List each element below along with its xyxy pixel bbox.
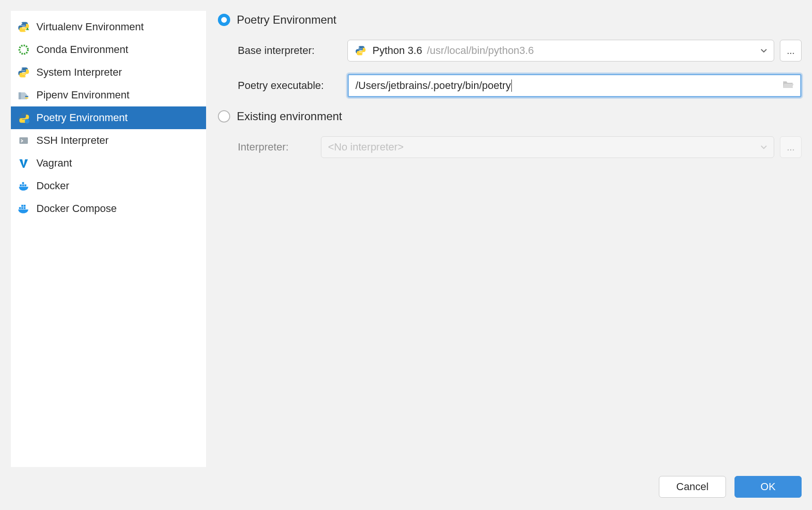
poetry-executable-input[interactable]: /Users/jetbrains/.poetry/bin/poetry — [347, 74, 802, 97]
button-label: Cancel — [676, 481, 708, 493]
interpreter-type-sidebar: Virtualenv Environment Conda Environment… — [10, 10, 207, 467]
svg-rect-7 — [20, 185, 22, 186]
svg-point-5 — [25, 119, 29, 123]
sidebar-item-label: Conda Environment — [36, 44, 128, 56]
radio-poetry-environment-row[interactable]: Poetry Environment — [218, 13, 802, 26]
existing-interpreter-value: <No interpreter> — [328, 141, 404, 153]
dialog-body: Virtualenv Environment Conda Environment… — [0, 0, 812, 467]
radio-existing-environment-row[interactable]: Existing environment — [218, 110, 802, 123]
sidebar-item-label: Docker Compose — [36, 202, 117, 215]
base-interpreter-label: Base interpreter: — [238, 44, 347, 57]
docker-icon — [17, 180, 30, 192]
base-interpreter-browse-button[interactable]: ... — [780, 40, 802, 62]
ok-button[interactable]: OK — [734, 476, 802, 498]
vagrant-icon — [17, 157, 30, 169]
interpreter-name: Python 3.6 — [372, 44, 422, 57]
sidebar-item-label: SSH Interpreter — [36, 134, 109, 147]
sidebar-item-poetry[interactable]: Poetry Environment — [11, 106, 206, 129]
sidebar-item-docker[interactable]: Docker — [11, 175, 206, 197]
dialog-footer: Cancel OK — [0, 467, 812, 510]
section-title-poetry: Poetry Environment — [237, 13, 337, 26]
sidebar-item-label: Vagrant — [36, 157, 72, 169]
svg-point-17 — [362, 53, 363, 54]
existing-interpreter-row: Interpreter: <No interpreter> ... — [238, 136, 802, 158]
button-label: OK — [760, 481, 776, 493]
existing-interpreter-dropdown: <No interpreter> — [321, 136, 774, 158]
svg-point-0 — [21, 23, 22, 24]
sidebar-item-label: Pipenv Environment — [36, 89, 130, 101]
svg-rect-13 — [24, 207, 26, 209]
base-interpreter-dropdown[interactable]: Python 3.6 /usr/local/bin/python3.6 — [347, 40, 774, 62]
radio-selected-icon — [218, 14, 230, 26]
base-interpreter-row: Base interpreter: Python 3.6 /usr/local/… — [238, 40, 802, 62]
chevron-down-icon — [760, 141, 767, 153]
sidebar-item-pipenv[interactable]: Pipenv Environment — [11, 84, 206, 106]
sidebar-item-docker-compose[interactable]: Docker Compose — [11, 197, 206, 220]
add-interpreter-dialog: Virtualenv Environment Conda Environment… — [0, 0, 812, 510]
sidebar-item-vagrant[interactable]: Vagrant — [11, 152, 206, 175]
svg-point-16 — [358, 47, 359, 48]
sidebar-item-virtualenv[interactable]: Virtualenv Environment — [11, 16, 206, 38]
ssh-icon — [17, 134, 30, 147]
svg-rect-9 — [25, 185, 26, 186]
python-icon — [354, 44, 367, 57]
svg-rect-10 — [22, 182, 24, 184]
sidebar-item-label: Docker — [36, 180, 69, 192]
sidebar-item-system[interactable]: System Interpreter — [11, 61, 206, 84]
svg-point-2 — [19, 45, 28, 54]
pipenv-icon — [17, 89, 30, 101]
existing-interpreter-label: Interpreter: — [238, 141, 321, 153]
interpreter-path: /usr/local/bin/python3.6 — [427, 44, 534, 57]
conda-icon — [17, 44, 30, 56]
python-icon — [17, 66, 30, 79]
chevron-down-icon — [760, 44, 767, 57]
existing-interpreter-browse-button: ... — [780, 136, 802, 158]
ellipsis-icon: ... — [787, 142, 795, 153]
sidebar-item-label: Poetry Environment — [36, 112, 128, 124]
radio-unselected-icon — [218, 110, 230, 123]
poetry-executable-value: /Users/jetbrains/.poetry/bin/poetry — [355, 79, 512, 92]
python-virtualenv-icon — [17, 21, 30, 33]
main-panel: Poetry Environment Base interpreter: Pyt… — [207, 10, 802, 467]
sidebar-item-label: Virtualenv Environment — [36, 21, 144, 33]
svg-rect-6 — [19, 137, 28, 144]
poetry-executable-row: Poetry executable: /Users/jetbrains/.poe… — [238, 74, 802, 97]
svg-rect-12 — [21, 207, 23, 209]
section-title-existing: Existing environment — [237, 110, 342, 123]
svg-point-3 — [21, 68, 22, 69]
svg-rect-8 — [22, 185, 24, 186]
poetry-executable-label: Poetry executable: — [238, 79, 347, 92]
svg-rect-11 — [19, 207, 21, 209]
cancel-button[interactable]: Cancel — [659, 476, 726, 498]
ellipsis-icon: ... — [787, 45, 795, 56]
docker-compose-icon — [17, 202, 30, 215]
poetry-icon — [17, 112, 30, 124]
svg-rect-14 — [21, 205, 23, 207]
svg-point-4 — [25, 75, 26, 76]
sidebar-item-label: System Interpreter — [36, 66, 122, 79]
sidebar-item-ssh[interactable]: SSH Interpreter — [11, 129, 206, 152]
sidebar-item-conda[interactable]: Conda Environment — [11, 38, 206, 61]
svg-rect-15 — [24, 205, 26, 207]
folder-open-icon[interactable] — [782, 79, 794, 92]
